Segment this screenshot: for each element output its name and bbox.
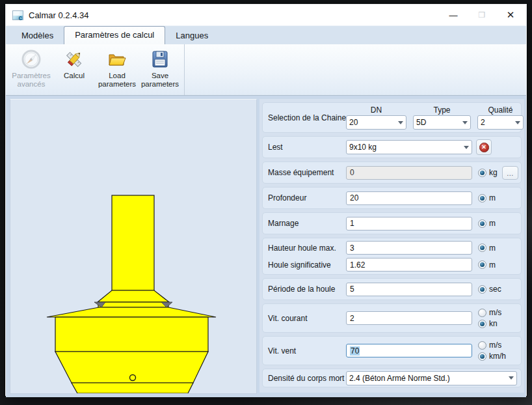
pencil-ruler-icon bbox=[63, 48, 85, 70]
courant-ms-label: m/s bbox=[489, 308, 501, 317]
minimize-button[interactable]: — bbox=[439, 5, 468, 25]
vent-kmh-radio[interactable] bbox=[478, 352, 486, 361]
periode-houle-label: Période de la houle bbox=[268, 285, 346, 294]
marnage-row: Marnage 1 m bbox=[262, 212, 522, 234]
periode-sec-radio[interactable] bbox=[478, 285, 486, 294]
save-parameters-label: Save parameters bbox=[137, 72, 183, 89]
maximize-button[interactable]: ❒ bbox=[468, 5, 496, 25]
kg-radio-label: kg bbox=[489, 168, 498, 177]
chevron-down-icon bbox=[462, 121, 468, 124]
densite-select[interactable]: 2.4 (Béton Armé Norme Std.) bbox=[346, 371, 517, 385]
houle-max-input[interactable]: 3 bbox=[346, 241, 472, 255]
masse-more-button[interactable]: … bbox=[502, 166, 518, 180]
quality-label: Qualité bbox=[488, 105, 512, 115]
type-label: Type bbox=[433, 105, 450, 115]
marnage-m-radio[interactable] bbox=[478, 219, 486, 228]
houle-max-label: Hauteur houle max. bbox=[268, 244, 346, 253]
vent-kmh-label: km/h bbox=[489, 352, 506, 361]
lest-select[interactable]: 9x10 kg bbox=[346, 140, 472, 154]
tab-parametres-de-calcul[interactable]: Paramètres de calcul bbox=[64, 26, 165, 44]
tab-langues[interactable]: Langues bbox=[165, 27, 219, 44]
delete-icon: ✕ bbox=[479, 143, 489, 152]
houle-sig-m-label: m bbox=[489, 260, 496, 270]
load-parameters-label: Load parameters bbox=[94, 72, 140, 89]
profondeur-m-label: m bbox=[489, 193, 496, 202]
compass-icon bbox=[20, 48, 42, 70]
houle-sig-input[interactable]: 1.62 bbox=[346, 258, 472, 272]
profondeur-label: Profondeur bbox=[268, 193, 346, 202]
marnage-label: Marnage bbox=[268, 219, 346, 228]
chevron-down-icon bbox=[515, 121, 520, 124]
save-parameters-button[interactable]: Save parameters bbox=[139, 46, 181, 94]
kg-radio[interactable] bbox=[478, 169, 486, 177]
vit-vent-row: Vit. vent 70 m/s km/h bbox=[262, 336, 522, 365]
houle-sig-m-radio[interactable] bbox=[478, 260, 486, 269]
marnage-input[interactable]: 1 bbox=[346, 217, 472, 230]
periode-sec-label: sec bbox=[489, 285, 501, 294]
marnage-m-label: m bbox=[489, 219, 496, 228]
lest-row: Lest 9x10 kg ✕ bbox=[262, 136, 522, 158]
window-controls: — ❒ ✕ bbox=[439, 5, 525, 25]
courant-kn-label: kn bbox=[489, 319, 498, 328]
buoy-drawing bbox=[10, 100, 256, 393]
app-icon bbox=[12, 10, 23, 20]
houle-max-m-radio[interactable] bbox=[478, 244, 486, 252]
calcul-button[interactable]: Calcul bbox=[53, 46, 96, 94]
app-window: Calmar 0.2.4.34 — ❒ ✕ Modèles Paramètres… bbox=[5, 4, 527, 396]
ribbon-toolbar: Paramètres avancés bbox=[6, 44, 526, 96]
vit-courant-row: Vit. courant 2 m/s kn bbox=[262, 303, 522, 333]
masse-equipement-label: Masse équipement bbox=[268, 168, 346, 177]
masse-equipement-row: Masse équipement 0 kg … bbox=[262, 161, 522, 184]
densite-row: Densité du corps mort 2.4 (Béton Armé No… bbox=[262, 369, 522, 387]
tab-modeles[interactable]: Modèles bbox=[11, 27, 64, 44]
chain-selection-row: Selection de la Chaine DN 20 Type 5D bbox=[262, 102, 522, 133]
houle-max-m-label: m bbox=[489, 244, 496, 253]
chevron-down-icon bbox=[509, 376, 514, 380]
vit-vent-label: Vit. vent bbox=[268, 346, 346, 356]
masse-equipement-input: 0 bbox=[346, 166, 472, 180]
quality-select[interactable]: 2 bbox=[477, 115, 524, 130]
close-button[interactable]: ✕ bbox=[496, 5, 525, 25]
vit-courant-input[interactable]: 2 bbox=[346, 311, 472, 325]
title-bar[interactable]: Calmar 0.2.4.34 — ❒ ✕ bbox=[6, 5, 526, 25]
load-parameters-button[interactable]: Load parameters bbox=[96, 46, 139, 94]
toolbar-group: Paramètres avancés bbox=[6, 44, 185, 95]
vent-ms-label: m/s bbox=[489, 341, 501, 350]
calcul-label: Calcul bbox=[51, 72, 97, 80]
chain-selection-label: Selection de la Chaine bbox=[268, 113, 346, 122]
floppy-disk-icon bbox=[149, 48, 171, 70]
periode-houle-input[interactable]: 5 bbox=[346, 283, 472, 296]
parameters-form: Selection de la Chaine DN 20 Type 5D bbox=[259, 99, 524, 393]
profondeur-row: Profondeur 20 m bbox=[262, 187, 522, 209]
advanced-parameters-label: Paramètres avancés bbox=[8, 72, 54, 89]
open-folder-icon bbox=[106, 48, 128, 70]
courant-ms-radio[interactable] bbox=[478, 309, 486, 317]
vit-courant-label: Vit. courant bbox=[268, 314, 346, 323]
client-area: Selection de la Chaine DN 20 Type 5D bbox=[6, 96, 526, 397]
buoy-drawing-panel bbox=[10, 99, 257, 394]
remove-lest-button[interactable]: ✕ bbox=[476, 139, 492, 155]
vent-ms-radio[interactable] bbox=[478, 341, 486, 350]
buoy-shape bbox=[47, 195, 216, 393]
courant-kn-radio[interactable] bbox=[478, 320, 486, 328]
vit-vent-input[interactable]: 70 bbox=[346, 344, 472, 357]
chevron-down-icon bbox=[398, 121, 403, 124]
ribbon-tabs: Modèles Paramètres de calcul Langues bbox=[6, 25, 526, 44]
lest-label: Lest bbox=[268, 143, 346, 152]
houle-row: Hauteur houle max. 3 m Houle significati… bbox=[262, 238, 522, 275]
dn-label: DN bbox=[371, 105, 382, 115]
profondeur-input[interactable]: 20 bbox=[346, 191, 472, 205]
densite-label: Densité du corps mort bbox=[268, 374, 346, 383]
profondeur-m-radio[interactable] bbox=[478, 194, 486, 202]
houle-sig-label: Houle significative bbox=[268, 260, 346, 270]
dn-select[interactable]: 20 bbox=[346, 115, 406, 130]
chevron-down-icon bbox=[464, 146, 469, 149]
window-title: Calmar 0.2.4.34 bbox=[29, 10, 89, 20]
type-select[interactable]: 5D bbox=[413, 115, 471, 130]
periode-houle-row: Période de la houle 5 sec bbox=[262, 278, 522, 300]
advanced-parameters-button: Paramètres avancés bbox=[10, 46, 53, 94]
